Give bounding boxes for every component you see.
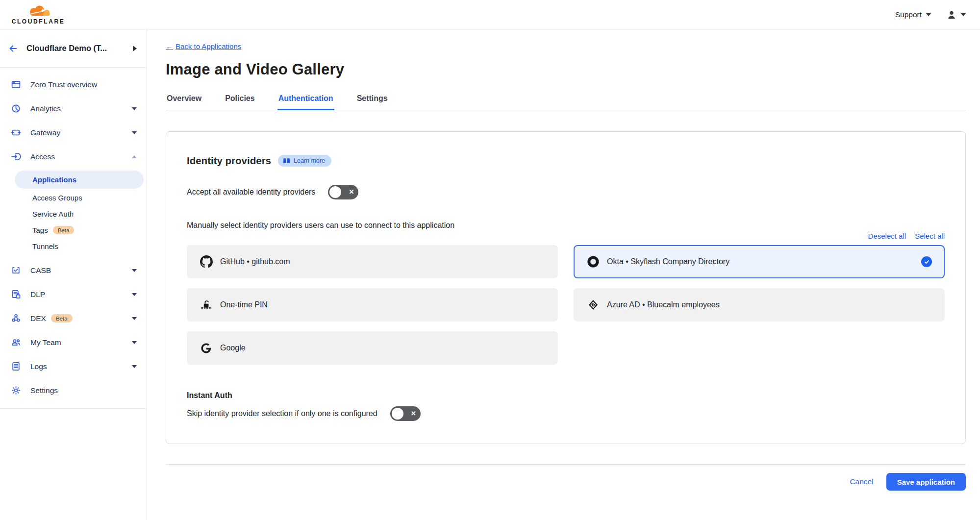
google-icon <box>200 343 213 354</box>
sidebar-item-analytics[interactable]: Analytics <box>0 97 147 121</box>
chevron-up-icon <box>132 155 137 158</box>
box-check-icon <box>11 265 21 275</box>
instant-auth-heading: Instant Auth <box>187 391 945 400</box>
provider-label: GitHub • github.com <box>220 257 290 266</box>
support-menu[interactable]: Support <box>895 10 931 19</box>
sidebar-divider <box>0 408 147 409</box>
tab-authentication[interactable]: Authentication <box>277 94 334 110</box>
tab-settings[interactable]: Settings <box>356 94 389 110</box>
accept-all-label: Accept all available identity providers <box>187 188 315 197</box>
sidebar-item-logs[interactable]: Logs <box>0 354 147 378</box>
toggle-knob <box>329 186 341 198</box>
cloudflare-logo-text: CLOUDFLARE <box>12 18 65 25</box>
identity-providers-card: Identity providers Learn more Accept all… <box>166 131 966 444</box>
chevron-down-icon <box>960 13 966 16</box>
selected-check-icon <box>921 256 932 267</box>
sidebar-item-service-auth[interactable]: Service Auth <box>0 206 147 222</box>
sidebar-item-gateway[interactable]: Gateway <box>0 121 147 145</box>
azure-ad-icon <box>586 299 600 311</box>
provider-label: Okta • Skyflash Company Directory <box>607 257 729 266</box>
sidebar: Cloudflare Demo (T... Zero Trust overvie… <box>0 29 147 520</box>
arrow-left-icon: ← <box>166 42 173 50</box>
one-time-pin-icon: **** <box>200 300 213 310</box>
network-nodes-icon <box>11 313 21 323</box>
access-login-icon <box>11 151 21 162</box>
sidebar-item-casb[interactable]: CASB <box>0 258 147 282</box>
window-icon <box>11 79 21 90</box>
tab-policies[interactable]: Policies <box>224 94 255 110</box>
provider-azure-ad[interactable]: Azure AD • Bluecalm employees <box>574 288 945 322</box>
provider-label: Azure AD • Bluecalm employees <box>607 300 720 309</box>
provider-google[interactable]: Google <box>187 331 558 365</box>
toggle-knob <box>392 408 403 420</box>
beta-badge: Beta <box>53 226 75 234</box>
chevron-down-icon <box>132 107 137 110</box>
form-footer: Cancel Save application <box>166 464 966 491</box>
book-icon <box>283 158 290 164</box>
chevron-down-icon <box>132 269 137 272</box>
chevron-down-icon <box>132 293 137 296</box>
sidebar-item-applications[interactable]: Applications <box>15 171 144 189</box>
chevron-down-icon <box>132 341 137 344</box>
chevron-down-icon <box>926 13 931 16</box>
toggle-off-x-icon: ✕ <box>411 410 416 417</box>
cancel-button[interactable]: Cancel <box>850 477 873 486</box>
provider-okta[interactable]: Okta • Skyflash Company Directory <box>574 245 945 278</box>
sidebar-item-dex[interactable]: DEX Beta <box>0 306 147 330</box>
beta-badge: Beta <box>51 314 73 322</box>
page-title: Image and Video Gallery <box>166 61 966 78</box>
sidebar-item-dlp[interactable]: DLP <box>0 282 147 306</box>
account-name[interactable]: Cloudflare Demo (T... <box>26 44 133 53</box>
gateway-icon <box>11 127 21 138</box>
provider-label: Google <box>220 344 246 352</box>
toggle-off-x-icon: ✕ <box>349 188 354 196</box>
provider-one-time-pin[interactable]: **** One-time PIN <box>187 288 558 322</box>
tab-bar: Overview Policies Authentication Setting… <box>166 94 966 110</box>
zero-trust-dashboard: CLOUDFLARE Support <box>0 0 980 520</box>
main-content: ← Back to Applications Image and Video G… <box>147 29 980 520</box>
provider-github[interactable]: GitHub • github.com <box>187 245 558 278</box>
sidebar-item-tunnels[interactable]: Tunnels <box>0 238 147 254</box>
github-icon <box>200 255 213 268</box>
provider-grid: GitHub • github.com Okta • Skyflash Comp… <box>187 245 945 365</box>
sidebar-item-my-team[interactable]: My Team <box>0 330 147 354</box>
chevron-down-icon <box>132 317 137 320</box>
account-menu[interactable] <box>946 9 966 20</box>
pin-stars: **** <box>201 308 211 310</box>
instant-auth-toggle[interactable]: ✕ <box>390 406 421 421</box>
sidebar-item-zero-trust-overview[interactable]: Zero Trust overview <box>0 73 147 97</box>
sidebar-nav: Zero Trust overview Analytics Gateway <box>0 68 147 409</box>
gear-icon <box>11 385 21 396</box>
pie-chart-icon <box>11 103 21 114</box>
sidebar-item-settings[interactable]: Settings <box>0 378 147 402</box>
provider-label: One-time PIN <box>220 300 268 309</box>
log-list-icon <box>11 361 21 371</box>
sidebar-header: Cloudflare Demo (T... <box>0 29 147 68</box>
save-application-button[interactable]: Save application <box>886 473 966 491</box>
expand-right-icon[interactable] <box>133 46 137 51</box>
card-title: Identity providers <box>187 155 271 167</box>
top-bar: CLOUDFLARE Support <box>0 0 980 29</box>
learn-more-button[interactable]: Learn more <box>278 155 331 167</box>
okta-icon <box>586 255 600 268</box>
support-label: Support <box>895 10 922 19</box>
cloudflare-cloud-icon <box>24 4 52 18</box>
instant-auth-label: Skip identity provider selection if only… <box>187 409 377 418</box>
back-to-applications-link[interactable]: ← Back to Applications <box>166 42 241 50</box>
user-icon <box>946 9 957 20</box>
deselect-all-link[interactable]: Deselect all <box>868 232 906 240</box>
cloudflare-logo[interactable]: CLOUDFLARE <box>6 4 71 25</box>
chevron-down-icon <box>132 365 137 368</box>
manual-select-text: Manually select identity providers users… <box>187 221 945 230</box>
sidebar-item-access[interactable]: Access <box>0 145 147 169</box>
chevron-down-icon <box>132 131 137 134</box>
people-icon <box>11 337 21 347</box>
tab-overview[interactable]: Overview <box>166 94 202 110</box>
access-subnav: Applications Access Groups Service Auth … <box>0 169 147 258</box>
document-lock-icon <box>11 289 21 299</box>
sidebar-item-access-groups[interactable]: Access Groups <box>0 190 147 206</box>
back-arrow-icon[interactable] <box>8 43 20 54</box>
sidebar-item-tags[interactable]: Tags Beta <box>0 222 147 238</box>
accept-all-toggle[interactable]: ✕ <box>328 185 358 199</box>
select-all-link[interactable]: Select all <box>915 232 945 240</box>
